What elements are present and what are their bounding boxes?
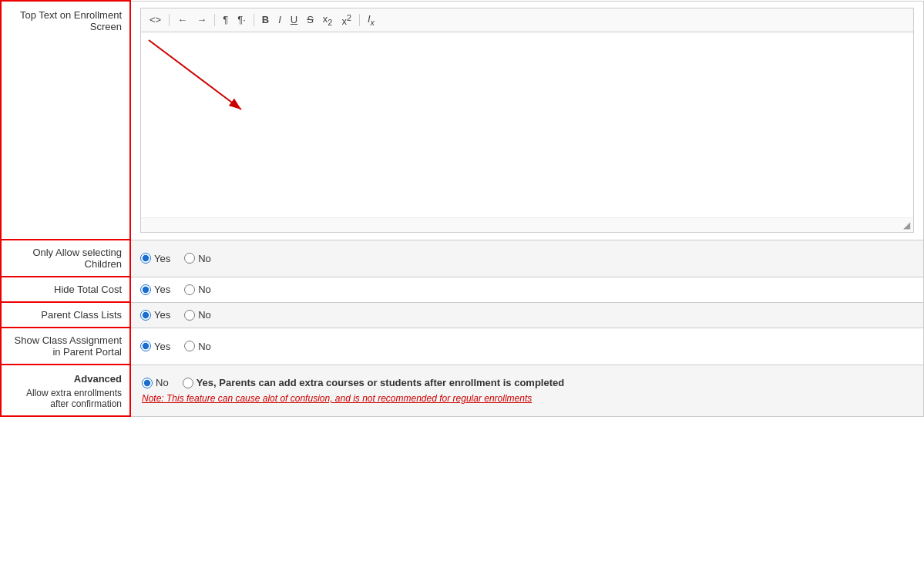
advanced-note: Note: This feature can cause alot of con…	[142, 393, 912, 404]
toolbar-sep-2	[214, 14, 215, 26]
editor-resize-handle[interactable]: ◢	[141, 217, 913, 232]
show-class-no-text: No	[198, 341, 211, 352]
show-class-yes-text: Yes	[154, 341, 170, 352]
annotation-arrow	[141, 32, 264, 125]
hide-total-cost-yes-label[interactable]: Yes	[140, 284, 170, 295]
show-class-assignment-label: Show Class Assignment in Parent Portal	[15, 334, 122, 358]
svg-line-1	[149, 40, 241, 109]
rich-text-editor[interactable]: <> ← → ¶ ¶· B I U S x2 x2 Ix	[140, 8, 914, 233]
hide-total-cost-content-cell: Yes No	[130, 277, 924, 302]
toolbar-sep-3	[254, 14, 254, 26]
pilcrow-btn[interactable]: ¶	[219, 12, 232, 27]
top-text-label: Top Text on Enrollment Screen	[20, 9, 122, 32]
show-class-yes-label[interactable]: Yes	[140, 341, 170, 352]
show-class-assignment-radio-group: Yes No	[140, 341, 914, 352]
hide-total-cost-row: Hide Total Cost Yes No	[1, 277, 924, 302]
only-allow-label-cell: Only Allow selecting Children	[1, 240, 130, 277]
advanced-no-text: No	[156, 377, 169, 388]
show-class-assignment-row: Show Class Assignment in Parent Portal Y…	[1, 328, 924, 365]
parent-class-lists-content-cell: Yes No	[130, 302, 924, 328]
only-allow-yes-text: Yes	[154, 253, 170, 264]
only-allow-no-label[interactable]: No	[184, 253, 211, 264]
hide-total-cost-no-label[interactable]: No	[184, 284, 211, 295]
hide-total-cost-label-cell: Hide Total Cost	[1, 277, 130, 302]
parent-class-lists-radio-group: Yes No	[140, 309, 914, 321]
advanced-radio-row: No Yes, Parents can add extra courses or…	[142, 377, 912, 388]
toolbar-sep-4	[359, 14, 360, 26]
strikethrough-btn[interactable]: S	[303, 12, 318, 27]
hide-total-cost-label: Hide Total Cost	[54, 284, 122, 295]
show-class-assignment-content-cell: Yes No	[130, 328, 924, 365]
show-class-no-radio[interactable]	[184, 341, 195, 351]
underline-btn[interactable]: U	[287, 12, 301, 27]
only-allow-radio-group: Yes No	[140, 253, 914, 264]
hide-total-cost-yes-radio[interactable]	[140, 284, 151, 295]
italic-btn[interactable]: I	[274, 12, 285, 27]
advanced-yes-radio[interactable]	[183, 378, 193, 388]
only-allow-content-cell: Yes No	[130, 240, 924, 277]
pilcrow2-btn[interactable]: ¶·	[234, 12, 250, 27]
subscript-btn[interactable]: x2	[319, 12, 337, 29]
top-text-content-cell: <> ← → ¶ ¶· B I U S x2 x2 Ix	[130, 1, 924, 240]
undo-btn[interactable]: ←	[173, 12, 191, 27]
editor-toolbar: <> ← → ¶ ¶· B I U S x2 x2 Ix	[141, 8, 913, 32]
superscript-btn[interactable]: x2	[338, 12, 355, 29]
settings-table: Top Text on Enrollment Screen <> ← → ¶ ¶…	[0, 0, 924, 417]
advanced-yes-label[interactable]: Yes, Parents can add extra courses or st…	[183, 377, 565, 388]
hide-total-cost-no-radio[interactable]	[184, 284, 195, 295]
top-text-label-cell: Top Text on Enrollment Screen	[1, 1, 130, 240]
parent-class-lists-yes-label[interactable]: Yes	[140, 309, 170, 321]
hide-total-cost-yes-text: Yes	[154, 284, 170, 295]
parent-class-lists-no-text: No	[198, 309, 211, 321]
advanced-row: Advanced Allow extra enrollments after c…	[1, 365, 924, 416]
top-text-row: Top Text on Enrollment Screen <> ← → ¶ ¶…	[1, 1, 924, 240]
advanced-bold-label: Advanced	[9, 373, 122, 385]
only-allow-no-text: No	[198, 253, 211, 264]
only-allow-no-radio[interactable]	[184, 253, 195, 264]
source-btn[interactable]: <>	[146, 12, 165, 27]
bold-btn[interactable]: B	[258, 12, 273, 27]
only-allow-row: Only Allow selecting Children Yes No	[1, 240, 924, 277]
clear-format-btn[interactable]: Ix	[364, 12, 378, 29]
advanced-yes-text: Yes, Parents can add extra courses or st…	[197, 377, 565, 388]
advanced-label-cell: Advanced Allow extra enrollments after c…	[1, 365, 130, 416]
parent-class-lists-label-cell: Parent Class Lists	[1, 302, 130, 328]
show-class-assignment-label-cell: Show Class Assignment in Parent Portal	[1, 328, 130, 365]
parent-class-lists-row: Parent Class Lists Yes No	[1, 302, 924, 328]
parent-class-lists-label: Parent Class Lists	[41, 309, 122, 321]
editor-body[interactable]	[141, 32, 913, 217]
toolbar-sep-1	[169, 14, 170, 26]
show-class-no-label[interactable]: No	[184, 341, 211, 352]
advanced-no-radio[interactable]	[142, 378, 153, 388]
only-allow-label: Only Allow selecting Children	[32, 247, 122, 270]
advanced-sub-label: Allow extra enrollments after confirmati…	[9, 388, 122, 409]
advanced-no-label[interactable]: No	[142, 377, 169, 388]
hide-total-cost-radio-group: Yes No	[140, 284, 914, 295]
parent-class-lists-no-radio[interactable]	[184, 310, 195, 321]
parent-class-lists-no-label[interactable]: No	[184, 309, 211, 321]
redo-btn[interactable]: →	[193, 12, 210, 27]
resize-icon: ◢	[903, 220, 910, 230]
advanced-content-cell: No Yes, Parents can add extra courses or…	[130, 365, 924, 416]
only-allow-yes-radio[interactable]	[140, 253, 151, 264]
only-allow-yes-label[interactable]: Yes	[140, 253, 170, 264]
parent-class-lists-yes-text: Yes	[154, 309, 170, 321]
hide-total-cost-no-text: No	[198, 284, 211, 295]
show-class-yes-radio[interactable]	[140, 341, 151, 351]
parent-class-lists-yes-radio[interactable]	[140, 310, 151, 321]
